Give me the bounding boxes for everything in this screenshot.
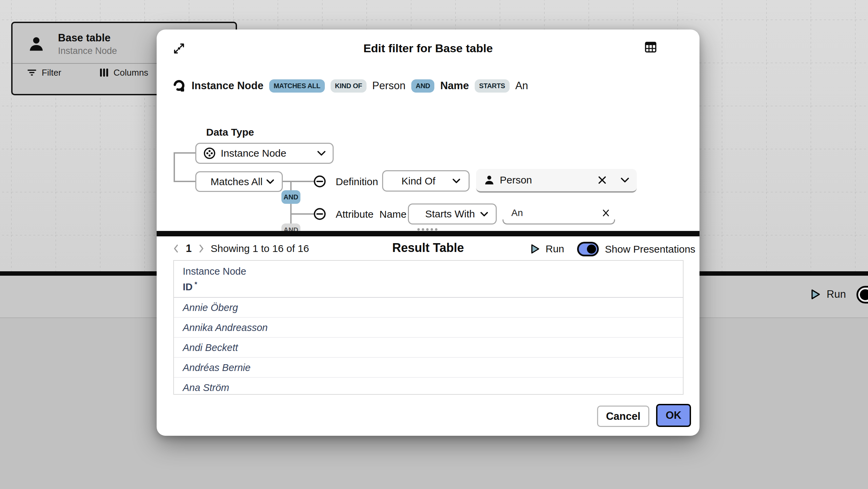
clear-x-icon[interactable] bbox=[601, 209, 610, 217]
definition-row-label: Definition bbox=[336, 176, 378, 188]
edit-filter-dialog: Edit filter for Base table Instance Node… bbox=[157, 30, 699, 436]
app-canvas: Base table Instance Node Filter Columns bbox=[0, 0, 868, 489]
table-icon bbox=[645, 42, 656, 53]
clear-x-icon[interactable] bbox=[597, 175, 607, 185]
data-type-select[interactable]: Instance Node bbox=[195, 143, 334, 164]
show-presentations-label: Show Presentations bbox=[605, 243, 695, 255]
columns-button[interactable]: Columns bbox=[99, 67, 149, 78]
node-title: Base table bbox=[58, 32, 117, 44]
and-operator-badge: AND bbox=[281, 190, 300, 204]
person-icon bbox=[484, 174, 495, 186]
column-group-header: Instance Node bbox=[183, 266, 674, 277]
filter-button-label: Filter bbox=[42, 67, 61, 78]
attribute-name-label: Name bbox=[379, 209, 407, 220]
table-view-button[interactable] bbox=[645, 42, 656, 53]
result-table: Instance Node ID * Annie Öberg Annika An… bbox=[173, 260, 684, 395]
summary-and-badge: AND bbox=[411, 79, 434, 93]
tree-connector bbox=[174, 152, 175, 182]
match-mode-select[interactable]: Matches All bbox=[195, 171, 283, 192]
column-header-id[interactable]: ID * bbox=[183, 280, 674, 293]
summary-starts-badge: STARTS bbox=[475, 79, 510, 93]
result-table-header: Instance Node ID * bbox=[174, 261, 683, 298]
chevron-down-icon bbox=[452, 178, 460, 183]
canvas-run-label: Run bbox=[827, 288, 846, 300]
table-row[interactable]: Andréas Bernie bbox=[174, 358, 683, 378]
definition-operator-select[interactable]: Kind Of bbox=[382, 170, 470, 192]
run-button-label: Run bbox=[546, 243, 564, 255]
attribute-row-label: Attribute bbox=[336, 209, 374, 220]
attribute-operator-select[interactable]: Starts With bbox=[408, 203, 497, 224]
table-row[interactable]: Annika Andreasson bbox=[174, 318, 683, 338]
data-type-label: Data Type bbox=[206, 126, 254, 138]
minus-circle-icon bbox=[313, 208, 326, 220]
summary-person-value: Person bbox=[372, 80, 406, 92]
table-row[interactable]: Ana Ström bbox=[174, 378, 683, 395]
ok-button[interactable]: OK bbox=[656, 404, 691, 427]
tree-connector bbox=[174, 152, 195, 154]
table-row[interactable]: Annie Öberg bbox=[174, 298, 683, 318]
drag-dots-handle[interactable] bbox=[416, 228, 438, 231]
tree-connector bbox=[290, 213, 314, 215]
summary-matches-badge: MATCHES ALL bbox=[269, 79, 325, 93]
required-asterisk: * bbox=[195, 280, 197, 288]
filter-button[interactable]: Filter bbox=[27, 67, 61, 78]
table-row[interactable]: Andi Beckett bbox=[174, 338, 683, 358]
chevron-down-icon bbox=[480, 212, 488, 217]
run-query-button[interactable]: Run bbox=[530, 243, 564, 255]
filter-summary-row: Instance Node MATCHES ALL KIND OF Person… bbox=[173, 78, 528, 94]
chevron-down-icon bbox=[266, 179, 274, 184]
columns-button-label: Columns bbox=[114, 67, 149, 78]
chevron-down-icon bbox=[317, 151, 326, 156]
toggle-knob bbox=[860, 289, 868, 300]
remove-definition-condition-button[interactable] bbox=[313, 175, 326, 188]
chevron-down-icon[interactable] bbox=[620, 177, 629, 183]
node-subtitle: Instance Node bbox=[58, 46, 117, 56]
minus-circle-icon bbox=[313, 175, 326, 188]
tree-connector bbox=[283, 181, 314, 182]
summary-filter-value: An bbox=[515, 80, 528, 92]
summary-kind-of-badge: KIND OF bbox=[331, 79, 367, 93]
play-icon bbox=[810, 289, 821, 300]
remove-attribute-condition-button[interactable] bbox=[313, 208, 326, 220]
definition-value: Person bbox=[500, 174, 532, 186]
summary-name-attribute: Name bbox=[440, 80, 469, 92]
cancel-button[interactable]: Cancel bbox=[597, 406, 649, 427]
attribute-value-field bbox=[502, 203, 615, 224]
tree-connector bbox=[174, 181, 195, 182]
person-icon bbox=[27, 35, 45, 53]
dialog-title: Edit filter for Base table bbox=[157, 42, 699, 55]
canvas-run-button[interactable]: Run bbox=[810, 288, 846, 300]
panel-splitter[interactable] bbox=[157, 231, 699, 236]
toggle-knob bbox=[587, 244, 596, 254]
instance-node-icon bbox=[203, 147, 216, 160]
play-icon bbox=[530, 243, 540, 254]
filter-funnel-icon bbox=[27, 67, 37, 78]
definition-operator-value: Kind Of bbox=[401, 175, 435, 187]
show-presentations-toggle[interactable] bbox=[577, 242, 599, 256]
columns-icon bbox=[99, 67, 109, 78]
query-logo-icon bbox=[173, 79, 186, 93]
data-type-value: Instance Node bbox=[221, 148, 286, 159]
attribute-value-input[interactable] bbox=[502, 203, 615, 224]
summary-entity: Instance Node bbox=[192, 80, 263, 92]
definition-value-picker[interactable]: Person bbox=[476, 169, 637, 193]
attribute-operator-value: Starts With bbox=[425, 208, 475, 220]
match-mode-value: Matches All bbox=[211, 176, 262, 188]
